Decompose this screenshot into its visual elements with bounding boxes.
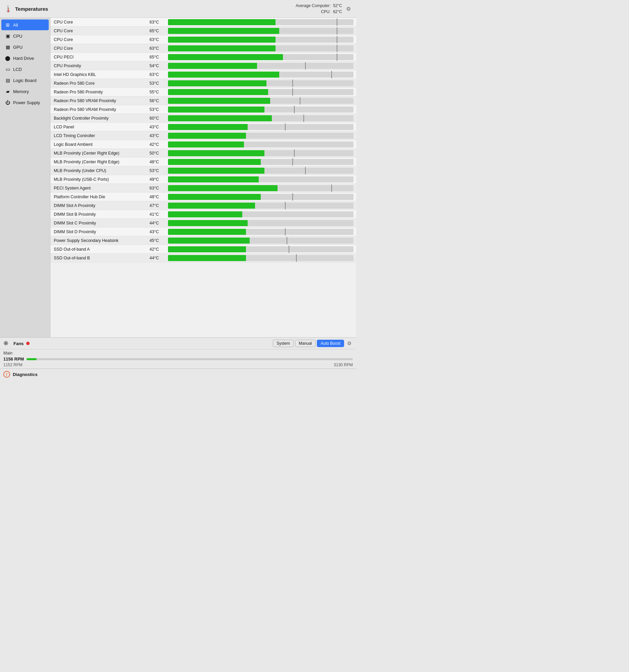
sensor-temp: 42°C <box>149 247 168 252</box>
gpu-icon: ▦ <box>5 44 11 50</box>
sensor-bar-container <box>168 72 354 78</box>
sensor-marker <box>305 167 306 174</box>
sensor-bar-container <box>168 150 354 156</box>
sensor-name: DIMM Slot C Proximity <box>50 221 149 225</box>
sidebar-item-label-cpu: CPU <box>13 33 22 39</box>
header-right: Average Computer: 52°C CPU: 62°C ⚙ <box>296 3 352 15</box>
sensor-temp: 42°C <box>149 142 168 147</box>
all-icon: ⊞ <box>5 22 11 28</box>
sensor-bar-container <box>168 202 354 209</box>
fan-bar-row: 1156 RPM <box>3 357 353 362</box>
fan-manual-button[interactable]: Manual <box>295 340 315 347</box>
sensor-temp: 41°C <box>149 212 168 217</box>
sensor-bar <box>168 133 246 139</box>
table-row: Radeon Pro 580 VRAM Proximity53°C <box>50 105 356 114</box>
sensor-temp: 48°C <box>149 160 168 164</box>
sensor-temp: 49°C <box>149 177 168 182</box>
sensor-bar <box>168 211 242 217</box>
sensor-bar-container <box>168 37 354 43</box>
sensor-bar-container <box>168 106 354 113</box>
sensor-temp: 43°C <box>149 134 168 138</box>
sensor-marker <box>292 158 293 166</box>
fans-header: ❋ Fans System Manual Auto Boost ⚙ <box>0 338 356 350</box>
sidebar-item-label-hard-drive: Hard Drive <box>13 56 34 61</box>
sensor-name: LCD Timing Controller <box>50 134 149 138</box>
sensor-bar <box>168 63 257 69</box>
sensor-name: CPU Proximity <box>50 64 149 68</box>
sensor-bar-container <box>168 194 354 200</box>
sensor-bar-container <box>168 176 354 183</box>
sidebar-item-label-lcd: LCD <box>13 67 22 72</box>
avg-computer-value: 52°C <box>333 3 342 8</box>
fan-rpm-max: 3130 RPM <box>334 363 353 367</box>
sensor-marker <box>331 71 332 78</box>
sensor-bar <box>168 98 270 104</box>
sensor-name: MLB Proximity (USB-C Ports) <box>50 177 149 182</box>
sensor-temp: 43°C <box>149 125 168 129</box>
table-row: Radeon Pro 580 Proximity55°C <box>50 88 356 96</box>
table-row: Power Supply Secondary Heatsink45°C <box>50 236 356 245</box>
sensor-marker <box>294 106 295 113</box>
cpu-icon: ▣ <box>5 33 11 39</box>
sensor-temp: 47°C <box>149 203 168 208</box>
sensor-bar-container <box>168 19 354 25</box>
power-supply-icon: ⏻ <box>5 99 11 105</box>
sensor-marker <box>285 228 286 236</box>
sidebar-item-all[interactable]: ⊞All <box>1 20 49 30</box>
sensor-bar <box>168 255 246 261</box>
sidebar-item-power-supply[interactable]: ⏻Power Supply <box>1 97 49 108</box>
sidebar-item-lcd[interactable]: ▭LCD <box>1 64 49 75</box>
table-row: Platform Controller Hub Die48°C <box>50 193 356 201</box>
sensor-temp: 63°C <box>149 37 168 42</box>
sensor-marker <box>305 62 306 70</box>
sensor-marker <box>337 36 337 43</box>
fan-rpm-min: 1152 RPM <box>3 363 23 367</box>
app-header: 🌡️ Temperatures Average Computer: 52°C C… <box>0 0 356 18</box>
fan-autoboost-button[interactable]: Auto Boost <box>317 340 344 347</box>
sensor-bar-container <box>168 168 354 174</box>
sensor-marker <box>337 19 337 26</box>
sensor-bar <box>168 115 272 121</box>
sensor-bar <box>168 54 283 60</box>
cpu-stat-label: CPU: <box>321 9 331 14</box>
diagnostics-icon: ! <box>3 371 10 378</box>
fan-settings-button[interactable]: ⚙ <box>345 340 353 347</box>
sidebar-item-logic-board[interactable]: ▤Logic Board <box>1 75 49 86</box>
sensor-bar <box>168 185 277 191</box>
sensor-marker <box>337 27 337 34</box>
sensor-marker <box>289 246 289 253</box>
sensor-bar-container <box>168 115 354 121</box>
sensor-bar <box>168 106 264 113</box>
sensor-bar-container <box>168 98 354 104</box>
table-row: DIMM Slot A Proximity47°C <box>50 201 356 210</box>
sensor-bar-container <box>168 220 354 226</box>
fans-section: ❋ Fans System Manual Auto Boost ⚙ Main 1… <box>0 337 356 368</box>
sensor-bar <box>168 229 246 235</box>
hard-drive-icon: ⬤ <box>5 55 11 61</box>
sensor-bar <box>168 19 275 25</box>
sensor-name: Radeon Pro 580 VRAM Proximity <box>50 107 149 112</box>
sidebar-item-hard-drive[interactable]: ⬤Hard Drive <box>1 53 49 64</box>
sensor-marker <box>337 45 337 52</box>
sidebar-item-gpu[interactable]: ▦GPU <box>1 42 49 52</box>
sidebar-item-memory[interactable]: ▰Memory <box>1 86 49 97</box>
logic-board-icon: ▤ <box>5 77 11 83</box>
sensor-name: Backlight Controller Proximity <box>50 116 149 121</box>
sensor-name: LCD Panel <box>50 125 149 129</box>
avg-computer-stat: Average Computer: 52°C <box>296 3 342 9</box>
sensor-bar <box>168 89 268 95</box>
sensor-name: SSD Out-of-band B <box>50 256 149 260</box>
settings-button[interactable]: ⚙ <box>345 5 352 13</box>
sensor-bar <box>168 37 275 43</box>
sensor-temp: 53°C <box>149 81 168 86</box>
table-row: CPU Proximity54°C <box>50 62 356 70</box>
sidebar-item-cpu[interactable]: ▣CPU <box>1 30 49 41</box>
header-stats: Average Computer: 52°C CPU: 62°C <box>296 3 342 15</box>
sensor-bar <box>168 246 246 252</box>
sensor-name: Radeon Pro 580 Proximity <box>50 90 149 94</box>
table-row: SSD Out-of-band B44°C <box>50 254 356 262</box>
table-row: CPU Core65°C <box>50 27 356 35</box>
fan-system-button[interactable]: System <box>273 340 294 347</box>
sensor-bar-container <box>168 238 354 244</box>
sensor-name: Radeon Pro 580 VRAM Proximity <box>50 98 149 103</box>
